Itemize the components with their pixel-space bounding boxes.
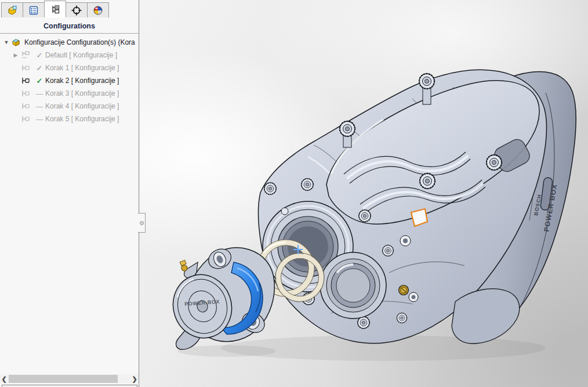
appearance-ball-icon xyxy=(92,5,104,16)
supercharger-assembly-model: BOSCH POWER BOX xyxy=(140,0,588,387)
tree-item-label: Korak 3 [ Konfiguracije ] xyxy=(45,89,119,97)
viewport-3d-model[interactable]: BOSCH POWER BOX xyxy=(140,0,588,387)
configurationmanager-tab[interactable] xyxy=(44,1,66,17)
tree-item-label: Korak 5 [ Konfiguracije ] xyxy=(45,115,119,123)
tree-item-default[interactable]: ▶ ✓ Default [ Konfiguracije ] xyxy=(0,49,139,62)
panel-title: Configurations xyxy=(0,19,139,34)
derived-config-icon xyxy=(20,50,31,60)
panel-splitter-handle[interactable] xyxy=(138,213,146,233)
check-icon: ✓ xyxy=(34,64,45,73)
tree-root-label: Konfiguracije Configuration(s) (Kora xyxy=(24,38,135,46)
config-flag-icon-active xyxy=(20,76,31,85)
tree-item-korak-3[interactable]: — Korak 3 [ Konfiguracije ] xyxy=(0,87,139,100)
tree-item-label: Korak 4 [ Konfiguracije ] xyxy=(45,102,119,110)
tree-root-configurations[interactable]: ▼ Konfiguracije Configuration(s) (Kora xyxy=(0,36,139,49)
crosshair-target-icon xyxy=(71,5,82,16)
tree-item-korak-5[interactable]: — Korak 5 [ Konfiguracije ] xyxy=(0,113,139,125)
config-flag-icon xyxy=(20,114,31,124)
tree-item-label: Korak 1 [ Konfiguracije ] xyxy=(45,64,119,72)
scrollbar-thumb[interactable] xyxy=(9,375,118,383)
tree-item-label: Korak 2 [ Konfiguracije ] xyxy=(45,77,119,85)
configurations-root-icon xyxy=(10,38,22,47)
propertymanager-tab[interactable] xyxy=(23,2,45,17)
tree-item-korak-4[interactable]: — Korak 4 [ Konfiguracije ] xyxy=(0,100,139,113)
split-pane-edge xyxy=(2,385,137,387)
panel-horizontal-scrollbar[interactable]: ❮ ❯ xyxy=(0,374,139,384)
configuration-tree: ▼ Konfiguracije Configuration(s) (Kora ▶… xyxy=(0,36,139,125)
dash-icon: — xyxy=(34,102,45,111)
scrollbar-track[interactable] xyxy=(8,374,130,384)
dash-icon: — xyxy=(34,115,45,124)
manager-tab-bar xyxy=(0,0,139,17)
scroll-right-icon[interactable]: ❯ xyxy=(130,375,139,383)
property-list-icon xyxy=(28,5,39,16)
tree-item-korak-1[interactable]: ✓ Korak 1 [ Konfiguracije ] xyxy=(0,62,139,74)
splitter-grip-icon xyxy=(140,221,144,225)
displaymanager-tab[interactable] xyxy=(87,2,109,17)
config-flag-icon xyxy=(20,63,31,73)
check-icon: ✓ xyxy=(34,77,45,85)
solidworks-window: Configurations ▼ Konfiguracije Configura… xyxy=(0,0,588,387)
check-icon: ✓ xyxy=(34,51,45,60)
expander-right-icon[interactable]: ▶ xyxy=(12,52,20,58)
config-flag-icon xyxy=(20,89,31,98)
config-flag-icon xyxy=(20,102,31,111)
expander-down-icon[interactable]: ▼ xyxy=(2,39,10,45)
dimxpertmanager-tab[interactable] xyxy=(66,2,88,17)
dash-icon: — xyxy=(34,89,45,98)
tree-item-label: Default [ Konfiguracije ] xyxy=(45,51,117,59)
scroll-left-icon[interactable]: ❮ xyxy=(0,375,8,383)
configuration-tree-icon xyxy=(49,3,61,15)
part-icon xyxy=(6,5,18,16)
tree-item-korak-2[interactable]: ✓ Korak 2 [ Konfiguracije ] xyxy=(0,74,139,87)
featuremanager-tab[interactable] xyxy=(1,2,23,17)
configuration-manager-panel: Configurations ▼ Konfiguracije Configura… xyxy=(0,0,139,387)
